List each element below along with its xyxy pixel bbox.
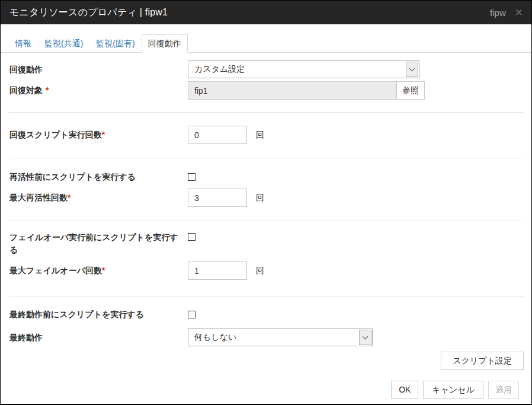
script-before-failover-row: フェイルオーバ実行前にスクリプトを実行する: [1, 231, 531, 256]
max-reactivation-row: 最大再活性回数* 回: [1, 189, 531, 207]
script-settings-button[interactable]: スクリプト設定: [441, 352, 524, 370]
recovery-script-count-input[interactable]: [188, 126, 247, 144]
tab-monitor-common[interactable]: 監視(共通): [38, 34, 89, 53]
max-reactivation-label: 最大再活性回数*: [9, 192, 188, 204]
script-before-reactivation-checkbox[interactable]: [188, 173, 196, 181]
final-action-select-value: 何もしない: [194, 332, 236, 343]
dialog-titlebar: モニタリソースのプロパティ | fipw1 fipw ✕: [1, 1, 531, 24]
section-divider: [8, 221, 524, 221]
required-asterisk: *: [102, 130, 105, 139]
final-action-row: 最終動作 何もしない: [1, 329, 531, 346]
section-divider: [8, 158, 524, 158]
recovery-target-input: [188, 81, 396, 100]
max-reactivation-input[interactable]: [188, 189, 247, 207]
max-failover-label: 最大フェイルオーバ回数*: [9, 264, 188, 277]
recovery-target-row: 回復対象* 参照: [1, 81, 531, 100]
tab-info[interactable]: 情報: [8, 34, 38, 53]
max-failover-input[interactable]: [188, 262, 247, 280]
browse-button[interactable]: 参照: [396, 81, 425, 100]
unit-label: 回: [256, 130, 264, 141]
section-divider: [8, 112, 524, 113]
titlebar-right: fipw ✕: [490, 8, 523, 18]
ok-button[interactable]: OK: [391, 381, 418, 399]
recovery-action-row: 回復動作 カスタム設定: [1, 60, 531, 78]
chevron-down-icon: [406, 62, 418, 77]
unit-label: 回: [256, 193, 264, 203]
script-settings-row: スクリプト設定: [1, 352, 531, 370]
tab-recovery-action[interactable]: 回復動作: [142, 34, 188, 53]
apply-button[interactable]: 適用: [488, 381, 519, 399]
final-action-label: 最終動作: [9, 331, 188, 344]
script-before-final-action-row: 最終動作前にスクリプトを実行する: [1, 308, 531, 321]
script-before-reactivation-label: 再活性前にスクリプトを実行する: [9, 171, 188, 183]
required-asterisk: *: [102, 266, 105, 275]
required-asterisk: *: [68, 193, 70, 202]
cancel-button[interactable]: キャンセル: [423, 381, 483, 399]
close-icon[interactable]: ✕: [515, 8, 523, 18]
recovery-script-count-row: 回復スクリプト実行回数* 回: [1, 126, 531, 144]
unit-label: 回: [256, 266, 264, 276]
dialog-footer: OK キャンセル 適用: [1, 381, 531, 399]
recovery-action-label: 回復動作: [9, 63, 188, 76]
tab-bar: 情報 監視(共通) 監視(固有) 回復動作: [1, 34, 531, 53]
script-before-failover-label: フェイルオーバ実行前にスクリプトを実行する: [9, 231, 188, 256]
recovery-action-select[interactable]: カスタム設定: [188, 60, 419, 78]
max-failover-row: 最大フェイルオーバ回数* 回: [1, 262, 531, 280]
script-before-reactivation-row: 再活性前にスクリプトを実行する: [1, 171, 531, 183]
required-asterisk: *: [46, 85, 49, 95]
section-divider: [8, 296, 524, 296]
recovery-script-count-label: 回復スクリプト実行回数*: [9, 129, 188, 141]
resource-name-label: fipw: [490, 8, 506, 18]
recovery-action-select-value: カスタム設定: [194, 64, 245, 75]
chevron-down-icon: [359, 330, 371, 345]
script-before-final-action-checkbox[interactable]: [188, 311, 196, 318]
recovery-target-label: 回復対象*: [9, 84, 188, 97]
tab-monitor-special[interactable]: 監視(固有): [89, 34, 141, 53]
dialog-title: モニタリソースのプロパティ | fipw1: [9, 7, 168, 19]
monitor-resource-properties-dialog: モニタリソースのプロパティ | fipw1 fipw ✕ 情報 監視(共通) 監…: [0, 0, 532, 405]
final-action-select[interactable]: 何もしない: [188, 329, 373, 346]
script-before-failover-checkbox[interactable]: [188, 233, 196, 241]
script-before-final-action-label: 最終動作前にスクリプトを実行する: [9, 308, 188, 321]
